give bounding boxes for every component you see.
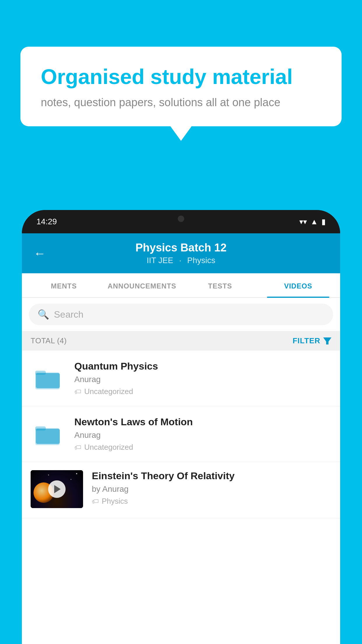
tag-label: Uncategorized — [84, 387, 133, 396]
phone-frame: 14:29 ▾▾ ▲ ▮ ← Physics Batch 12 IIT JEE … — [22, 210, 340, 644]
tab-videos[interactable]: VIDEOS — [259, 273, 337, 297]
play-button[interactable] — [48, 480, 66, 498]
video-title: Einstein's Theory Of Relativity — [92, 470, 331, 482]
video-thumbnail-einstein — [31, 470, 83, 508]
video-info-quantum: Quantum Physics Anurag 🏷 Uncategorized — [74, 360, 331, 396]
tab-ments[interactable]: MENTS — [25, 273, 103, 297]
back-button[interactable]: ← — [34, 246, 46, 260]
video-info-einstein: Einstein's Theory Of Relativity by Anura… — [92, 470, 331, 506]
filter-funnel-icon — [323, 337, 331, 344]
tab-tests[interactable]: TESTS — [181, 273, 259, 297]
header-text-block: Physics Batch 12 IIT JEE · Physics — [136, 242, 227, 265]
search-placeholder: Search — [54, 309, 83, 320]
svg-rect-6 — [36, 429, 60, 444]
video-tag: 🏷 Uncategorized — [74, 387, 331, 396]
video-author: by Anurag — [92, 484, 331, 494]
tab-announcements[interactable]: ANNOUNCEMENTS — [103, 273, 181, 297]
list-item[interactable]: Quantum Physics Anurag 🏷 Uncategorized — [22, 351, 340, 406]
speech-bubble: Organised study material notes, question… — [20, 47, 342, 126]
status-time: 14:29 — [36, 217, 57, 226]
filter-button[interactable]: FILTER — [293, 336, 331, 345]
video-title: Quantum Physics — [74, 360, 331, 372]
play-triangle-icon — [54, 485, 61, 493]
svg-rect-3 — [36, 373, 60, 388]
folder-svg-quantum — [35, 367, 61, 390]
video-tag: 🏷 Uncategorized — [74, 443, 331, 452]
bubble-subtitle: notes, question papers, solutions all at… — [41, 96, 321, 109]
folder-svg-newton — [35, 422, 61, 446]
app-screen: ← Physics Batch 12 IIT JEE · Physics MEN… — [22, 233, 340, 644]
search-container: 🔍 Search — [22, 298, 340, 331]
filter-label: FILTER — [293, 336, 320, 345]
video-author: Anurag — [74, 430, 331, 440]
folder-icon-newton — [31, 421, 66, 447]
svg-marker-0 — [323, 337, 331, 344]
tag-label: Physics — [102, 497, 128, 506]
wifi-icon: ▾▾ — [299, 217, 307, 226]
list-item[interactable]: Einstein's Theory Of Relativity by Anura… — [22, 462, 340, 518]
header-subtitle: IIT JEE · Physics — [136, 256, 227, 265]
video-title: Newton's Laws of Motion — [74, 416, 331, 428]
tag-label: Uncategorized — [84, 443, 133, 452]
speech-bubble-container: Organised study material notes, question… — [20, 47, 342, 126]
video-info-newton: Newton's Laws of Motion Anurag 🏷 Uncateg… — [74, 416, 331, 452]
status-icons: ▾▾ ▲ ▮ — [299, 217, 326, 226]
tag-icon: 🏷 — [74, 388, 81, 396]
bubble-title: Organised study material — [41, 64, 321, 89]
header-subtitle-iit: IIT JEE — [147, 256, 173, 265]
total-label: TOTAL (4) — [31, 336, 67, 345]
search-icon: 🔍 — [38, 309, 49, 320]
tag-icon: 🏷 — [74, 443, 81, 452]
app-header: ← Physics Batch 12 IIT JEE · Physics — [22, 233, 340, 273]
search-bar[interactable]: 🔍 Search — [29, 304, 333, 325]
header-title: Physics Batch 12 — [136, 242, 227, 254]
video-author: Anurag — [74, 375, 331, 384]
camera-dot — [178, 216, 184, 222]
tabs-bar: MENTS ANNOUNCEMENTS TESTS VIDEOS — [22, 273, 340, 298]
tag-icon: 🏷 — [92, 497, 99, 505]
list-item[interactable]: Newton's Laws of Motion Anurag 🏷 Uncateg… — [22, 406, 340, 462]
signal-icon: ▲ — [310, 217, 318, 226]
phone-notch — [155, 210, 207, 228]
folder-icon-quantum — [31, 365, 66, 391]
header-subtitle-sep: · — [179, 256, 182, 265]
status-bar: 14:29 ▾▾ ▲ ▮ — [22, 210, 340, 233]
header-subtitle-physics: Physics — [187, 256, 215, 265]
video-tag: 🏷 Physics — [92, 497, 331, 506]
video-list: Quantum Physics Anurag 🏷 Uncategorized — [22, 351, 340, 518]
filter-row: TOTAL (4) FILTER — [22, 331, 340, 351]
battery-icon: ▮ — [321, 217, 326, 226]
